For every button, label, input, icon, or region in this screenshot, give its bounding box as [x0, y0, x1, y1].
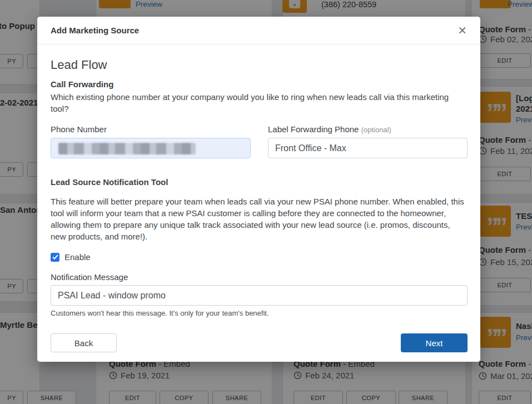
add-marketing-source-modal: Add Marketing Source ✕ Lead Flow Call Fo…: [37, 17, 480, 362]
optional-hint: (optional): [361, 126, 391, 134]
call-forwarding-fields: Phone Number Label Forwarding Phone (opt…: [51, 124, 468, 158]
notification-message-input[interactable]: [51, 285, 468, 306]
phone-number-field: Phone Number: [51, 124, 251, 158]
modal-header: Add Marketing Source ✕: [37, 17, 480, 44]
modal-footer: Back Next: [51, 333, 468, 352]
next-button[interactable]: Next: [401, 333, 468, 352]
modal-title: Add Marketing Source: [51, 26, 139, 35]
close-icon[interactable]: ✕: [458, 25, 467, 36]
forwarding-label-field: Label Forwarding Phone (optional): [268, 124, 468, 158]
phone-number-input[interactable]: [51, 138, 251, 158]
notification-message-label: Notification Message: [51, 272, 468, 282]
call-forwarding-title: Call Forwarding: [51, 79, 468, 89]
enable-checkbox[interactable]: [51, 253, 59, 262]
check-icon: [52, 255, 58, 260]
forwarding-phone-label: Label Forwarding Phone (optional): [268, 124, 468, 134]
call-forwarding-description: Which existing phone number at your comp…: [51, 91, 468, 114]
page-title: Lead Flow: [51, 58, 468, 72]
notification-tool-title: Lead Source Notification Tool: [51, 177, 468, 187]
phone-number-label: Phone Number: [51, 124, 251, 134]
phone-number-value-redacted: [58, 143, 196, 154]
forwarding-phone-input[interactable]: [268, 138, 468, 158]
back-button[interactable]: Back: [51, 333, 117, 352]
modal-body: Lead Flow Call Forwarding Which existing…: [37, 44, 480, 366]
enable-row: Enable: [51, 252, 468, 262]
notification-message-help: Customers won't hear this message. It's …: [51, 309, 468, 317]
notification-tool-description: This feature will better prepare your te…: [51, 196, 468, 242]
enable-label: Enable: [64, 252, 91, 262]
